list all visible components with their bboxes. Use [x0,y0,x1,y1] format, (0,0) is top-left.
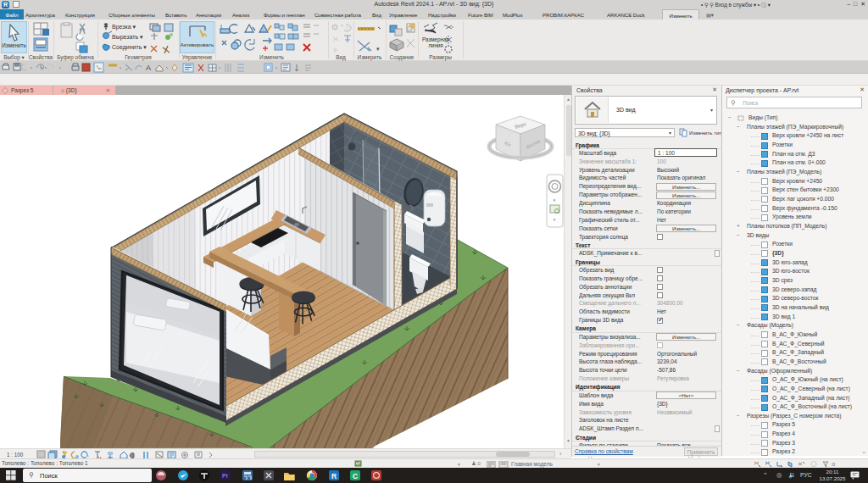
svg-text:Pr: Pr [222,473,229,479]
svg-text::0: :0 [831,462,836,467]
svg-text:R: R [331,472,337,480]
svg-text:Врезка ▾: Врезка ▾ [112,24,136,31]
svg-text:A: A [146,64,151,72]
svg-text:Вырезать ▾: Вырезать ▾ [112,34,143,41]
svg-text:Соединить ▾: Соединить ▾ [112,44,147,51]
svg-text:▾: ▾ [376,46,380,52]
svg-text:C: C [353,472,358,480]
